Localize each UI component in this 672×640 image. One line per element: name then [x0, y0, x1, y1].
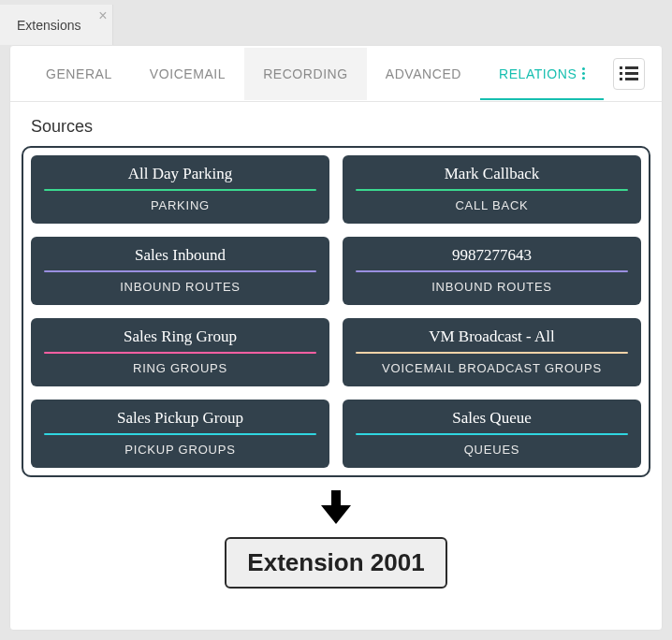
list-view-button[interactable]	[613, 58, 645, 90]
source-card[interactable]: 9987277643 INBOUND ROUTES	[343, 237, 641, 305]
window-tab-extensions[interactable]: Extensions ×	[0, 5, 113, 45]
window-tab-label: Extensions	[17, 18, 80, 33]
source-type: QUEUES	[354, 443, 630, 457]
source-title: All Day Parking	[42, 165, 318, 189]
target-extension[interactable]: Extension 2001	[225, 537, 446, 589]
window-tab-strip: Extensions ×	[0, 0, 672, 45]
source-divider	[44, 433, 316, 435]
flow-arrow	[22, 490, 650, 524]
tab-relations-label: RELATIONS	[499, 66, 577, 81]
source-divider	[44, 352, 316, 354]
source-divider	[356, 189, 628, 191]
inner-tab-bar: GENERAL VOICEMAIL RECORDING ADVANCED REL…	[10, 46, 662, 102]
close-icon[interactable]: ×	[98, 8, 107, 23]
source-card[interactable]: All Day Parking PARKING	[31, 155, 329, 224]
source-title: Mark Callback	[354, 165, 630, 189]
source-title: 9987277643	[354, 246, 630, 270]
source-title: Sales Inbound	[42, 246, 318, 270]
source-card[interactable]: Sales Inbound INBOUND ROUTES	[31, 237, 329, 305]
source-type: INBOUND ROUTES	[42, 280, 318, 294]
source-card[interactable]: Sales Ring Group RING GROUPS	[31, 318, 329, 386]
source-type: VOICEMAIL BROADCAST GROUPS	[354, 361, 630, 375]
tab-voicemail[interactable]: VOICEMAIL	[131, 48, 244, 100]
tab-advanced[interactable]: ADVANCED	[367, 48, 480, 100]
source-type: PICKUP GROUPS	[42, 443, 318, 457]
source-title: VM Broadcast - All	[354, 327, 630, 352]
source-card[interactable]: Mark Callback CALL BACK	[343, 155, 641, 224]
relations-body: Sources All Day Parking PARKING Mark Cal…	[10, 102, 662, 607]
source-divider	[44, 270, 316, 272]
source-type: INBOUND ROUTES	[354, 280, 630, 294]
source-divider	[44, 189, 316, 191]
source-card[interactable]: Sales Queue QUEUES	[343, 400, 641, 468]
source-title: Sales Queue	[354, 409, 630, 433]
more-vert-icon[interactable]	[582, 67, 585, 80]
source-type: RING GROUPS	[42, 361, 318, 375]
tab-recording[interactable]: RECORDING	[244, 48, 367, 100]
source-title: Sales Ring Group	[42, 327, 318, 352]
source-title: Sales Pickup Group	[42, 409, 318, 433]
target-wrap: Extension 2001	[22, 537, 650, 589]
content-card: GENERAL VOICEMAIL RECORDING ADVANCED REL…	[9, 45, 663, 631]
arrow-down-icon	[322, 490, 350, 524]
section-title-sources: Sources	[31, 117, 650, 137]
source-divider	[356, 433, 628, 435]
source-type: PARKING	[42, 198, 318, 212]
tab-general[interactable]: GENERAL	[27, 48, 131, 100]
source-card[interactable]: Sales Pickup Group PICKUP GROUPS	[31, 400, 329, 468]
source-card[interactable]: VM Broadcast - All VOICEMAIL BROADCAST G…	[343, 318, 641, 386]
source-divider	[356, 352, 628, 354]
tab-relations[interactable]: RELATIONS	[480, 48, 604, 100]
sources-box: All Day Parking PARKING Mark Callback CA…	[22, 146, 650, 477]
source-type: CALL BACK	[354, 198, 630, 212]
source-divider	[356, 270, 628, 272]
